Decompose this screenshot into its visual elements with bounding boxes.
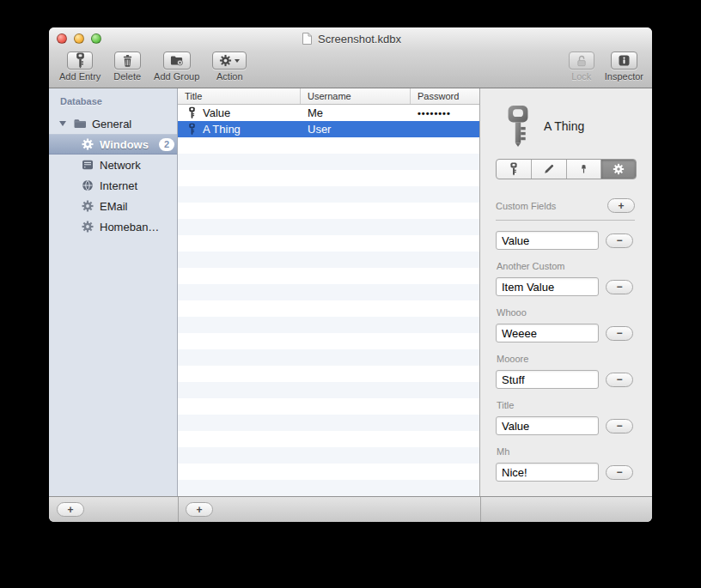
remove-field-button[interactable]: − [606,419,633,433]
sidebar-item-label: Network [100,159,141,172]
field-label: Mooore [497,354,652,364]
zoom-button[interactable] [91,33,101,44]
sidebar-item-homebanking[interactable]: Homeban… [49,216,177,237]
gear-icon [81,137,94,151]
table-header: Title Username Password [178,88,479,105]
titlebar[interactable]: Screenshot.kdbx [49,27,652,50]
bottom-bar-divider [480,497,481,522]
column-header-title[interactable]: Title [178,88,301,104]
globe-icon [81,179,94,192]
add-group-button[interactable]: Add Group [154,52,199,82]
sidebar-item-windows[interactable]: Windows 2 [49,134,177,155]
custom-field: Title − [496,400,652,435]
custom-field: Mh − [496,446,652,482]
trash-icon [121,54,134,68]
bottom-bar: + + [49,496,652,522]
entry-table: Title Username Password Value Me •••••••… [178,88,480,496]
document-icon [300,32,314,45]
key-icon [188,106,196,119]
column-header-username[interactable]: Username [301,88,411,104]
sidebar-item-label: General [92,118,131,130]
dropdown-caret-icon [235,59,240,63]
remove-field-button[interactable]: − [606,373,633,387]
tab-notes[interactable] [532,160,567,179]
tab-custom-fields[interactable] [601,160,636,179]
custom-field: Another Custom − [496,261,652,296]
close-button[interactable] [57,33,67,44]
remove-field-button[interactable]: − [606,326,633,341]
add-field-button[interactable]: + [607,198,635,213]
field-label: Another Custom [497,261,652,271]
sidebar-item-label: Windows [100,138,149,151]
remove-field-button[interactable]: − [606,465,633,480]
inspector-button[interactable]: Inspector [605,52,643,82]
traffic-lights [57,33,101,44]
empty-rows-area[interactable] [178,137,479,496]
info-icon [618,54,631,67]
action-button[interactable]: Action [212,52,247,82]
add-entry-label: Add Entry [59,71,101,82]
sidebar-item-general[interactable]: General [49,113,177,134]
action-label: Action [216,71,243,82]
window-chrome: Screenshot.kdbx Add Entry Delete [49,27,652,88]
field-value-input[interactable] [496,463,599,482]
sidebar-item-label: Homeban… [100,221,159,233]
remove-field-button[interactable]: − [606,280,633,294]
unlock-icon [576,54,588,68]
inspector-header: A Thing [480,88,652,157]
field-value-input[interactable] [496,416,599,435]
entry-password: •••••••• [411,108,479,118]
gear-icon [219,54,232,67]
content-area: Database General Windows 2 Network Inter… [49,88,652,496]
tab-attachments[interactable] [567,160,602,179]
lock-label: Lock [571,71,591,82]
sidebar-item-email[interactable]: EMail [49,196,177,216]
table-row[interactable]: Value Me •••••••• [178,105,479,121]
custom-fields-list: − Another Custom − Whooo − [480,221,652,485]
custom-field: Whooo − [496,307,652,342]
disclosure-triangle-icon[interactable] [59,121,66,126]
entry-username: Me [301,106,411,119]
entry-title: Value [203,106,230,119]
field-value-input[interactable] [496,231,599,250]
custom-field: Mooore − [496,354,652,389]
item-count-badge: 2 [159,138,174,151]
key-icon [188,123,196,136]
delete-label: Delete [113,71,141,82]
sidebar: Database General Windows 2 Network Inter… [49,88,178,496]
window-title-group: Screenshot.kdbx [300,32,401,45]
table-row-selected[interactable]: A Thing User [178,121,479,137]
sidebar-item-label: EMail [100,200,128,213]
gear-icon [613,163,625,175]
entry-username: User [301,123,411,136]
toolbar: Add Entry Delete Add Group [49,50,652,88]
add-group-bottom-button[interactable]: + [57,502,84,517]
sidebar-item-network[interactable]: Network [49,155,177,175]
add-group-label: Add Group [154,71,199,82]
toolbar-right-group: Lock Inspector [569,52,643,82]
custom-field: − [496,231,652,250]
delete-button[interactable]: Delete [113,52,141,82]
key-icon [504,104,532,149]
lock-button[interactable]: Lock [569,52,594,82]
add-entry-bottom-button[interactable]: + [186,502,213,517]
bottom-bar-divider [178,497,179,522]
inspector-panel: A Thing Custom Fields + [480,88,652,496]
app-window: Screenshot.kdbx Add Entry Delete [49,27,652,522]
sidebar-section-header: Database [49,94,177,110]
gear-icon [81,220,94,233]
folder-icon [73,117,87,130]
minimize-button[interactable] [74,33,84,44]
inspector-entry-title: A Thing [544,119,584,133]
sidebar-item-label: Internet [100,179,137,192]
field-value-input[interactable] [496,370,599,389]
field-value-input[interactable] [496,324,599,342]
column-header-password[interactable]: Password [411,88,479,104]
remove-field-button[interactable]: − [606,233,633,248]
add-entry-button[interactable]: Add Entry [59,52,101,82]
tab-key[interactable] [497,160,532,179]
custom-fields-section: Custom Fields + [496,198,635,213]
sidebar-item-internet[interactable]: Internet [49,175,177,196]
field-value-input[interactable] [496,277,599,296]
pencil-icon [543,163,555,175]
